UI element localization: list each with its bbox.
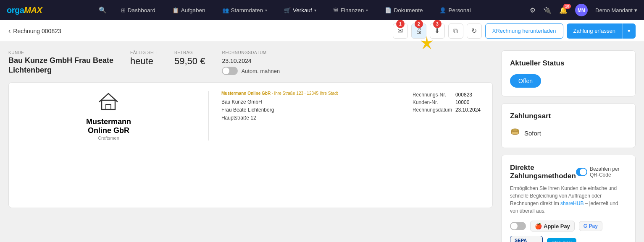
company-logo-icon [98, 91, 118, 115]
rechnungsdatum-label: RECHNUNGSDATUM [222, 50, 280, 55]
brand-logo[interactable]: orgaMAX [7, 5, 42, 15]
sidebar-item-personal[interactable]: 👤 Personal [437, 5, 473, 15]
field-label-rechnungsnr: Rechnungs-Nr. [413, 91, 455, 99]
svg-point-7 [511, 131, 519, 135]
nav-label-verkauf: Verkauf [293, 7, 312, 13]
back-arrow-icon: ‹ [8, 27, 11, 35]
table-row: Rechnungs-Nr. 000823 [413, 91, 484, 99]
sidebar-item-dokumente[interactable]: 📄 Dokumente [382, 5, 425, 15]
apple-pay-badge: 🍎 Apple Pay [530, 221, 575, 232]
notification-icon[interactable]: 🔔 10 [559, 6, 568, 14]
invoice-fields: Rechnungs-Nr. 000823 Kunden-Nr. 10000 Re… [413, 91, 484, 114]
brand-max: MAX [24, 5, 42, 15]
download-icon: ⬇ [434, 27, 440, 35]
print-button[interactable]: 🖨 2 [411, 23, 426, 39]
chevron-down-icon: ▾ [628, 28, 631, 34]
sharehub-link[interactable]: shareHUB [560, 200, 584, 206]
sender-name: Mustermann Online GbR [221, 91, 271, 96]
field-value-rechnungsnr: 000823 [455, 91, 484, 99]
recipient-block: Bau Kunze GmbH Frau Beate Lichtenberg Ha… [221, 98, 404, 122]
betrag-label: BETRAG [174, 50, 205, 55]
nav-label-dashboard: Dashboard [128, 7, 155, 13]
invoice-fields-table: Rechnungs-Nr. 000823 Kunden-Nr. 10000 Re… [413, 91, 484, 114]
nav-label-personal: Personal [448, 7, 471, 13]
nav-menu: 🔍 ⊞ Dashboard 📋 Aufgaben 👥 Stammdaten ▾ … [99, 5, 473, 15]
invoice-meta: KUNDE Bau Kunze GmbH Frau Beate Lichtenb… [8, 50, 493, 75]
company-sub: Craftsmen [98, 135, 119, 141]
table-row: Kunden-Nr. 10000 [413, 99, 484, 106]
doc-details: Mustermann Online GbR · Ihre Straße 123 … [217, 91, 404, 122]
user-avatar[interactable]: MM [575, 4, 588, 16]
payment-method-row: Sofort [510, 127, 627, 139]
table-row: Rechnungsdatum 23.10.2024 [413, 106, 484, 114]
demo-mandant-selector[interactable]: Demo Mandant ▾ [595, 7, 637, 13]
step-badge-1: 1 [396, 20, 405, 28]
zahlung-button-group: Zahlung erfassen ▾ [567, 23, 636, 39]
finanzen-icon: 🏛 [333, 7, 339, 13]
field-label-rechnungsdatum: Rechnungsdatum [413, 106, 455, 114]
apple-pay-toggle[interactable] [510, 222, 526, 230]
plugin-icon[interactable]: 🔌 [543, 6, 552, 14]
betrag-block: BETRAG 59,50 € [174, 50, 205, 75]
recipient-line2: Frau Beate Lichtenberg [221, 106, 404, 114]
zahlung-erfassen-button[interactable]: Zahlung erfassen [567, 23, 622, 39]
duplicate-button[interactable]: ⧉ [448, 23, 463, 39]
email-icon: ✉ [397, 27, 403, 35]
svg-rect-2 [106, 104, 111, 109]
demo-mandant-label: Demo Mandant [595, 7, 633, 13]
qr-code-switch[interactable] [576, 168, 587, 176]
chevron-down-icon: ▾ [314, 8, 316, 13]
email-button[interactable]: ✉ 1 [393, 23, 408, 39]
verkauf-icon: 🛒 [284, 7, 291, 13]
download-button[interactable]: ⬇ 3 [430, 23, 445, 39]
sidebar-item-stammdaten[interactable]: 👥 Stammdaten ▾ [220, 5, 270, 15]
sofort-icon [510, 127, 520, 139]
payment-methods-header: Direkte Zahlungsmethoden Bezahlen per QR… [510, 164, 627, 180]
zahlungsart-card: Zahlungsart Sofort [501, 103, 636, 148]
step-badge-2: 2 [415, 20, 423, 28]
qr-code-toggle: Bezahlen per QR-Code [576, 166, 627, 178]
customer-label: KUNDE [8, 50, 113, 55]
back-button[interactable]: ‹ Rechnung 000823 [8, 27, 61, 35]
payment-name: Sofort [524, 130, 541, 137]
xrechnung-button[interactable]: XRechnung herunterladen [485, 23, 563, 39]
status-badge[interactable]: Offen [510, 74, 541, 88]
stammdaten-icon: 👥 [222, 7, 229, 13]
faellig-label: FÄLLIG SEIT [130, 50, 158, 55]
sidebar-item-dashboard[interactable]: ⊞ Dashboard [118, 5, 158, 15]
field-label-kundennr: Kunden-Nr. [413, 99, 455, 106]
sender-info: Mustermann Online GbR · Ihre Straße 123 … [221, 91, 404, 96]
qr-code-label: Bezahlen per QR-Code [590, 166, 627, 178]
sidebar-item-finanzen[interactable]: 🏛 Finanzen ▾ [331, 5, 371, 15]
settings-icon[interactable]: ⚙ [530, 6, 536, 14]
print-icon: 🖨 [415, 27, 422, 35]
invoice-doc-header: Mustermann Online GbR Craftsmen Musterma… [17, 91, 484, 141]
refresh-icon: ↻ [471, 27, 477, 35]
faellig-block: FÄLLIG SEIT heute [130, 50, 158, 75]
customer-name-line2: Lichtenberg [8, 65, 113, 75]
invoice-document: Mustermann Online GbR Craftsmen Musterma… [8, 82, 493, 208]
autom-mahnen-toggle[interactable] [222, 67, 238, 75]
sidebar-item-aufgaben[interactable]: 📋 Aufgaben [170, 5, 208, 15]
autom-mahnen-row: Autom. mahnen [222, 67, 280, 75]
customer-block: KUNDE Bau Kunze GmbH Frau Beate Lichtenb… [8, 50, 113, 75]
personal-icon: 👤 [439, 7, 446, 13]
aufgaben-icon: 📋 [172, 7, 179, 13]
refresh-button[interactable]: ↻ [467, 23, 482, 39]
toolbar-actions: ✉ 1 🖨 2 ⬇ 3 ⧉ ↻ XRechnung herunterladen [393, 23, 636, 39]
chevron-down-icon: ▾ [265, 8, 267, 13]
topnav-right-actions: ⚙ 🔌 🔔 10 MM Demo Mandant ▾ [530, 4, 637, 16]
sidebar-item-verkauf[interactable]: 🛒 Verkauf ▾ [281, 5, 319, 15]
page-title: Rechnung 000823 [13, 28, 61, 34]
status-card: Aktueller Status Offen [501, 50, 636, 96]
zahlung-split-button[interactable]: ▾ [622, 23, 636, 39]
toolbar: ‹ Rechnung 000823 ✉ 1 🖨 2 ⬇ 3 ⧉ [0, 20, 644, 42]
left-panel: KUNDE Bau Kunze GmbH Frau Beate Lichtenb… [8, 50, 493, 242]
brand-orga: orga [7, 5, 24, 15]
search-icon[interactable]: 🔍 [99, 6, 107, 14]
main-content: KUNDE Bau Kunze GmbH Frau Beate Lichtenb… [0, 42, 644, 242]
top-navigation: orgaMAX 🔍 ⊞ Dashboard 📋 Aufgaben 👥 Stamm… [0, 0, 644, 20]
duplicate-icon: ⧉ [453, 27, 458, 35]
sender-address-text: Ihre Straße 123 · 12345 Ihre Stadt [274, 91, 338, 96]
apple-icon: 🍎 [535, 223, 542, 229]
